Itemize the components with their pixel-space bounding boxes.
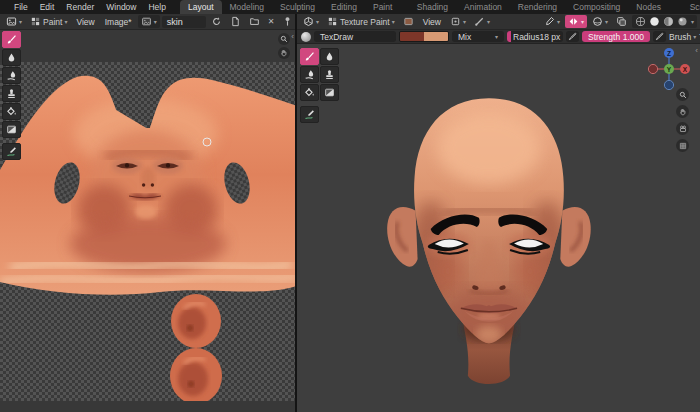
tab-rendering[interactable]: Rendering [510,0,565,14]
mask-tool-button[interactable] [320,84,339,101]
orientation-dropdown[interactable]: ▾ [471,15,493,28]
chevron-down-icon: ▾ [557,19,560,25]
tab-sculpting[interactable]: Sculpting [272,0,323,14]
smear-tool-button[interactable] [2,67,21,84]
camera-view-button[interactable] [676,122,689,135]
blend-mode-dropdown[interactable]: Mix ▾ [452,31,504,42]
shading-rendered-icon[interactable] [677,16,688,27]
tab-geometry-nodes[interactable]: Geometry Nodes [628,0,681,14]
bucket-icon [6,106,17,117]
editor-type-button[interactable]: ▾ [300,15,322,28]
menu-file[interactable]: File [8,2,34,12]
mask-tool-button[interactable] [2,121,21,138]
pressure-icon [655,32,664,41]
menu-help[interactable]: Help [142,2,171,12]
drop-icon [324,51,335,62]
gizmos-dropdown[interactable]: ▾ [541,15,563,28]
open-image-button[interactable] [246,15,263,28]
draw-tool-button[interactable] [2,31,21,48]
pan-button[interactable] [278,47,290,59]
smear-tool-button[interactable] [300,66,319,83]
tab-scripting[interactable]: Scripting [682,0,700,14]
chevron-down-icon: ▾ [693,34,696,40]
chevron-down-icon: ▾ [605,19,608,25]
clone-tool-button[interactable] [320,66,339,83]
viewport-view-menu[interactable]: View [419,17,445,27]
tab-compositing[interactable]: Compositing [565,0,628,14]
chevron-down-icon: ▾ [581,19,584,25]
radius-pressure-toggle[interactable] [566,31,579,42]
tab-modeling[interactable]: Modeling [222,0,273,14]
brush-popover[interactable]: Brush ▾ [669,32,696,42]
pivot-dropdown[interactable]: ▾ [447,15,469,28]
smear-icon [304,69,315,80]
pan-button[interactable] [676,105,689,118]
tab-animation[interactable]: Animation [456,0,510,14]
brush-preview-icon[interactable] [301,32,311,42]
soften-tool-button[interactable] [2,49,21,66]
image-name-field[interactable]: skin [162,16,206,28]
sidebar-toggle-arrow[interactable]: ‹ [291,32,294,41]
unlink-image-button[interactable]: ✕ [265,16,278,27]
viewport-canvas-region[interactable]: Z X Y [297,44,700,412]
shading-mode-group: ▾ [632,15,697,28]
image-canvas-region[interactable]: ‹ [0,30,295,412]
radius-label: Radius [513,32,539,42]
bucket-icon [304,87,315,98]
shading-material-icon[interactable] [663,16,674,27]
brush-name-field[interactable]: TexDraw [314,31,396,42]
fill-tool-button[interactable] [300,84,319,101]
hand-icon [679,108,687,116]
reload-image-button[interactable] [208,15,225,28]
fill-tool-button[interactable] [2,103,21,120]
tab-uv-editing[interactable]: UV Editing [323,0,365,14]
menu-edit[interactable]: Edit [34,2,61,12]
eyedropper-icon [544,16,555,27]
blend-mode-label: Mix [458,32,471,42]
strength-slider[interactable]: Strength 1.000 [582,31,650,42]
viewport-overlays [676,88,689,152]
draw-tool-button[interactable] [300,48,319,65]
topbar: File Edit Render Window Help Layout Mode… [0,0,700,14]
soften-tool-button[interactable] [320,48,339,65]
mirror-x-toggle[interactable]: ▾ [565,15,587,28]
editor-type-button[interactable]: ▾ [3,15,25,28]
browse-image-button[interactable]: ▾ [138,15,160,28]
annotate-tool-button[interactable] [2,143,21,160]
pin-image-button[interactable] [279,15,295,28]
primary-color-swatch[interactable] [400,32,424,41]
falloff-dropdown[interactable]: ▾ [589,15,611,28]
brush-icon [6,34,17,45]
image-mode-dropdown[interactable]: Paint ▾ [27,15,70,28]
xray-toggle[interactable] [613,15,630,28]
menu-window[interactable]: Window [100,2,142,12]
secondary-color-swatch[interactable] [424,32,448,41]
pin-icon [282,16,293,27]
radius-slider[interactable]: Radius 18 px [507,31,563,42]
mode-dropdown[interactable]: Texture Paint ▾ [324,15,398,28]
tab-layout[interactable]: Layout [180,0,222,14]
zoom-button[interactable] [676,88,689,101]
gizmo-x-label: X [683,66,688,73]
navigation-gizmo[interactable]: Z X Y [646,46,692,92]
image-image-menu[interactable]: Image* [101,17,136,27]
zoom-button[interactable] [278,33,290,45]
clone-tool-button[interactable] [2,85,21,102]
shading-solid-icon[interactable] [649,16,660,27]
texture-slot-button[interactable] [400,15,417,28]
texture-image[interactable] [0,62,297,401]
brush-popover-label: Brush [669,32,691,42]
strength-pressure-toggle[interactable] [653,31,666,42]
ortho-toggle-button[interactable] [676,139,689,152]
sidebar-toggle-arrow[interactable]: ‹ [695,46,698,55]
image-editor-icon [6,16,17,27]
shading-wireframe-icon[interactable] [635,16,646,27]
image-view-menu[interactable]: View [72,17,98,27]
camera-icon [679,125,687,133]
gradient-mask-icon [6,124,17,135]
new-image-button[interactable] [227,15,244,28]
menu-render[interactable]: Render [60,2,100,12]
tab-texture-paint[interactable]: Texture Paint [365,0,409,14]
annotate-tool-button[interactable] [300,106,319,123]
tab-shading[interactable]: Shading [409,0,456,14]
